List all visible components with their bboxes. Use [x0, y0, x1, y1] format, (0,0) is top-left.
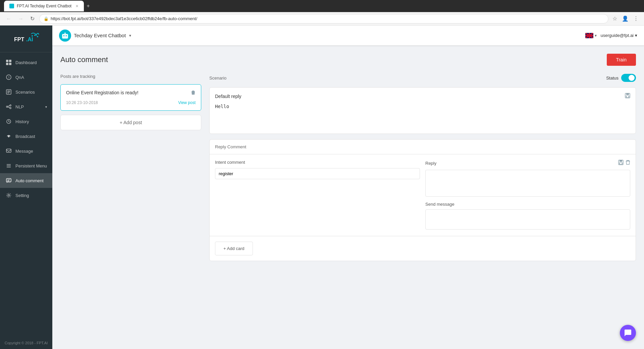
tab-title: FPT.AI Techday Event Chatbot — [17, 4, 71, 8]
main-content: Auto comment Train Posts are tracking On… — [52, 46, 644, 349]
auto-comment-label: Auto comment — [15, 178, 44, 183]
left-panel: Posts are tracking Online Event Registra… — [60, 74, 201, 261]
svg-point-21 — [8, 136, 9, 137]
reply-columns: Intent comment Reply — [215, 160, 630, 231]
broadcast-label: Broadcast — [15, 134, 35, 139]
svg-rect-32 — [66, 35, 67, 36]
reply-textarea[interactable] — [425, 170, 630, 197]
reply-delete-button[interactable] — [626, 160, 630, 166]
add-card-button[interactable]: + Add card — [215, 242, 253, 255]
nlp-arrow: ▾ — [45, 105, 47, 109]
sidebar-item-auto-comment[interactable]: Auto comment — [0, 173, 52, 188]
reply-comment-section: Reply Comment Intent comment — [209, 139, 636, 261]
svg-point-29 — [8, 195, 10, 196]
menu-button[interactable]: ⋮ — [632, 14, 640, 23]
intent-col-header: Intent comment — [215, 160, 420, 165]
back-button[interactable]: ← — [4, 14, 13, 23]
qna-icon: ? — [5, 74, 12, 81]
scenario-header: Scenario Status — [209, 74, 636, 82]
auto-comment-icon — [5, 177, 12, 184]
email-text: userguide@fpt.ai — [601, 33, 634, 38]
broadcast-icon — [5, 133, 12, 140]
user-dropdown-arrow: ▾ — [635, 33, 637, 38]
status-control: Status — [606, 74, 636, 82]
dashboard-label: Dashboard — [15, 60, 37, 65]
history-label: History — [15, 119, 29, 124]
svg-rect-36 — [626, 93, 629, 95]
svg-rect-5 — [6, 60, 8, 62]
reply-comment-title: Reply Comment — [215, 144, 246, 149]
post-footer: 10:26 23-10-2018 View post — [66, 100, 196, 105]
sidebar-logo: FPT .AI — [0, 26, 52, 52]
profile-button[interactable]: 👤 — [621, 14, 630, 23]
sidebar-navigation: Dashboard ? QnA — [0, 52, 52, 337]
page-title: Auto comment — [60, 55, 108, 64]
svg-line-18 — [8, 106, 10, 106]
sidebar-item-nlp[interactable]: NLP ▾ — [0, 99, 52, 114]
right-panel: Scenario Status Default reply — [209, 74, 636, 261]
reply-label: Reply — [425, 161, 436, 166]
dashboard-icon — [5, 59, 12, 66]
reply-save-button[interactable] — [618, 160, 624, 166]
setting-icon — [5, 192, 12, 199]
sidebar-item-setting[interactable]: Setting — [0, 188, 52, 203]
sidebar-item-persistent-menu[interactable]: Persistent Menu — [0, 158, 52, 173]
forward-button[interactable]: → — [16, 14, 25, 23]
persistent-menu-label: Persistent Menu — [15, 163, 47, 168]
qna-label: QnA — [15, 75, 24, 80]
language-selector[interactable]: ▾ — [585, 33, 597, 38]
post-delete-button[interactable] — [191, 90, 196, 96]
reply-comment-body: Intent comment Reply — [210, 154, 636, 236]
intent-comment-column: Intent comment — [215, 160, 420, 231]
logo-image: FPT .AI — [13, 31, 40, 47]
copyright-text: Copyright © 2018 - FPT.AI — [5, 341, 48, 345]
reload-button[interactable]: ↻ — [28, 14, 37, 23]
default-reply-save-button[interactable] — [625, 93, 630, 100]
add-post-button[interactable]: + Add post — [60, 115, 201, 130]
persistent-menu-icon — [5, 162, 12, 169]
chat-support-button[interactable] — [620, 325, 636, 341]
svg-line-19 — [8, 107, 10, 108]
reply-comment-header: Reply Comment — [210, 140, 636, 154]
sidebar-item-qna[interactable]: ? QnA — [0, 70, 52, 85]
toolbar-actions: ☆ 👤 ⋮ — [611, 14, 640, 23]
svg-text:.AI: .AI — [26, 37, 33, 42]
send-message-label: Send message — [425, 202, 630, 207]
svg-point-4 — [37, 36, 38, 37]
intent-comment-input[interactable] — [215, 168, 420, 179]
train-button[interactable]: Train — [607, 54, 636, 66]
bookmark-button[interactable]: ☆ — [611, 14, 619, 23]
sidebar-item-dashboard[interactable]: Dashboard — [0, 55, 52, 70]
tab-close-button[interactable]: ✕ — [75, 4, 78, 8]
history-icon — [5, 118, 12, 125]
svg-rect-42 — [620, 163, 622, 164]
svg-point-2 — [32, 35, 33, 37]
browser-chrome: FPT.AI Techday Event Chatbot ✕ + — [0, 0, 644, 12]
svg-point-16 — [10, 105, 11, 106]
send-message-textarea[interactable] — [425, 209, 630, 230]
default-reply-title: Default reply — [215, 94, 241, 99]
bot-selector[interactable]: Techday Event Chatbot ▾ — [59, 30, 131, 42]
nlp-icon — [5, 103, 12, 110]
lang-dropdown-arrow: ▾ — [595, 33, 597, 38]
svg-text:?: ? — [8, 76, 10, 79]
top-bar: Techday Event Chatbot ▾ ▾ userguide@fpt.… — [52, 26, 644, 46]
active-tab[interactable]: FPT.AI Techday Event Chatbot ✕ — [4, 1, 84, 11]
new-tab-button[interactable]: + — [87, 3, 90, 9]
svg-rect-7 — [6, 63, 8, 65]
user-email-display[interactable]: userguide@fpt.ai ▾ — [601, 33, 637, 38]
sidebar-item-history[interactable]: History — [0, 114, 52, 129]
sidebar-item-broadcast[interactable]: Broadcast — [0, 129, 52, 144]
reply-column: Reply — [425, 160, 630, 231]
default-reply-card: Default reply Hello — [209, 87, 636, 134]
sidebar-item-scenarios[interactable]: Scenarios — [0, 85, 52, 99]
bot-avatar — [59, 30, 71, 42]
posts-tracking-title: Posts are tracking — [60, 74, 201, 79]
view-post-link[interactable]: View post — [178, 100, 196, 105]
status-toggle[interactable] — [621, 74, 636, 82]
default-reply-textarea[interactable]: Hello — [215, 104, 630, 127]
scenarios-label: Scenarios — [15, 90, 35, 95]
address-bar[interactable]: 🔒 https://bot.fpt.ai/bot/337e492bdec3af1… — [39, 14, 608, 23]
reply-col-actions — [618, 160, 630, 166]
sidebar-item-message[interactable]: Message — [0, 144, 52, 158]
